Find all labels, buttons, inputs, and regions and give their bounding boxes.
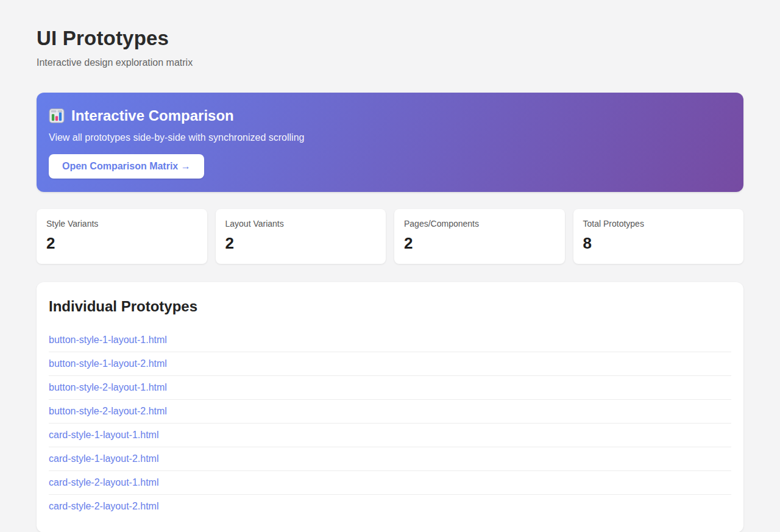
prototype-link[interactable]: card-style-1-layout-2.html bbox=[49, 447, 731, 470]
stat-value: 2 bbox=[225, 234, 377, 253]
list-item: button-style-1-layout-2.html bbox=[49, 352, 731, 376]
page-container: UI Prototypes Interactive design explora… bbox=[0, 0, 780, 532]
list-item: button-style-2-layout-2.html bbox=[49, 400, 731, 424]
stat-card-pages-components: Pages/Components 2 bbox=[394, 209, 565, 264]
prototype-link[interactable]: button-style-2-layout-2.html bbox=[49, 400, 731, 423]
prototypes-card: Individual Prototypes button-style-1-lay… bbox=[37, 282, 743, 532]
page-title: UI Prototypes bbox=[37, 27, 743, 50]
stat-card-layout-variants: Layout Variants 2 bbox=[216, 209, 386, 264]
prototype-link[interactable]: button-style-1-layout-1.html bbox=[49, 328, 731, 352]
prototype-link[interactable]: card-style-1-layout-1.html bbox=[49, 424, 731, 447]
list-item: button-style-2-layout-1.html bbox=[49, 376, 731, 400]
stat-value: 2 bbox=[404, 234, 555, 253]
open-comparison-button[interactable]: Open Comparison Matrix → bbox=[49, 154, 204, 179]
stat-card-total-prototypes: Total Prototypes 8 bbox=[573, 209, 744, 264]
list-item: card-style-2-layout-2.html bbox=[49, 495, 731, 518]
stat-label: Layout Variants bbox=[225, 219, 377, 229]
prototype-link[interactable]: card-style-2-layout-2.html bbox=[49, 495, 731, 518]
banner-title: Interactive Comparison bbox=[49, 107, 731, 124]
stat-label: Total Prototypes bbox=[583, 219, 734, 229]
prototype-link[interactable]: card-style-2-layout-1.html bbox=[49, 471, 731, 494]
prototype-link[interactable]: button-style-1-layout-2.html bbox=[49, 352, 731, 375]
page-subtitle: Interactive design exploration matrix bbox=[37, 57, 743, 68]
stat-value: 2 bbox=[46, 234, 197, 253]
comparison-banner: Interactive Comparison View all prototyp… bbox=[37, 93, 743, 192]
prototype-link[interactable]: button-style-2-layout-1.html bbox=[49, 376, 731, 399]
list-item: button-style-1-layout-1.html bbox=[49, 328, 731, 352]
list-item: card-style-2-layout-1.html bbox=[49, 471, 731, 495]
stat-label: Style Variants bbox=[46, 219, 197, 229]
stat-card-style-variants: Style Variants 2 bbox=[37, 209, 207, 264]
prototype-list: button-style-1-layout-1.html button-styl… bbox=[49, 328, 731, 518]
banner-title-text: Interactive Comparison bbox=[71, 107, 234, 124]
stat-label: Pages/Components bbox=[404, 219, 555, 229]
banner-description: View all prototypes side-by-side with sy… bbox=[49, 132, 731, 143]
bar-chart-icon bbox=[49, 108, 65, 124]
stats-row: Style Variants 2 Layout Variants 2 Pages… bbox=[37, 209, 743, 264]
stat-value: 8 bbox=[583, 234, 734, 253]
list-item: card-style-1-layout-2.html bbox=[49, 447, 731, 471]
prototypes-heading: Individual Prototypes bbox=[49, 298, 731, 315]
list-item: card-style-1-layout-1.html bbox=[49, 424, 731, 447]
